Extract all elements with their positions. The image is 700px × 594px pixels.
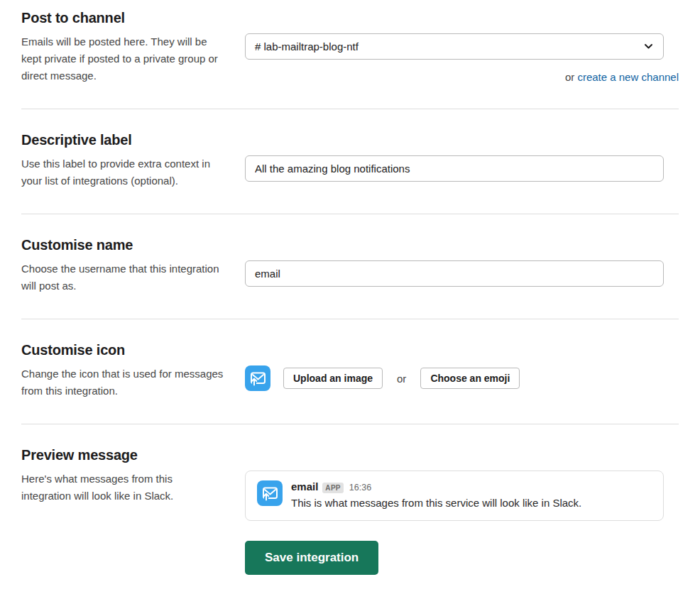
preview-message-text: This is what messages from this service …: [291, 495, 581, 511]
divider: [21, 424, 679, 424]
email-app-icon: [245, 365, 270, 391]
preview-username: email: [291, 480, 318, 493]
preview-message-title: Preview message: [21, 447, 679, 463]
upload-image-button[interactable]: Upload an image: [283, 368, 383, 389]
divider: [21, 319, 679, 319]
customise-icon-description: Change the icon that is used for message…: [21, 365, 224, 400]
choose-emoji-button[interactable]: Choose an emoji: [420, 368, 520, 389]
post-to-channel-title: Post to channel: [21, 10, 679, 26]
or-text: or: [565, 71, 578, 83]
or-text: or: [397, 373, 406, 385]
descriptive-label-description: Use this label to provide extra context …: [21, 155, 224, 189]
preview-message-description: Here's what messages from this integrati…: [21, 471, 224, 505]
channel-select-value: # lab-mailtrap-blog-ntf: [255, 40, 644, 53]
customise-name-description: Choose the username that this integratio…: [21, 260, 224, 295]
section-customise-icon: Customise icon Change the icon that is u…: [21, 342, 679, 400]
customise-name-title: Customise name: [21, 237, 679, 253]
descriptive-label-input[interactable]: [245, 155, 664, 182]
email-app-icon: [257, 480, 283, 506]
create-new-channel-link[interactable]: create a new channel: [577, 71, 679, 83]
create-channel-row: or create a new channel: [245, 71, 679, 83]
preview-timestamp: 16:36: [349, 483, 371, 493]
descriptive-label-title: Descriptive label: [21, 132, 679, 148]
integration-settings-page: Post to channel Emails will be posted he…: [0, 0, 700, 594]
channel-select[interactable]: # lab-mailtrap-blog-ntf: [245, 33, 664, 60]
app-badge: APP: [322, 483, 343, 493]
chevron-down-icon: [644, 43, 653, 50]
preview-message-body: email APP 16:36 This is what messages fr…: [291, 480, 581, 511]
customise-name-input[interactable]: [245, 260, 664, 287]
divider: [21, 109, 679, 109]
section-customise-name: Customise name Choose the username that …: [21, 237, 679, 295]
section-post-to-channel: Post to channel Emails will be posted he…: [21, 10, 679, 84]
post-to-channel-description: Emails will be posted here. They will be…: [21, 33, 224, 84]
divider: [21, 214, 679, 214]
message-preview-card: email APP 16:36 This is what messages fr…: [245, 471, 664, 521]
section-descriptive-label: Descriptive label Use this label to prov…: [21, 132, 679, 189]
section-preview-message: Preview message Here's what messages fro…: [21, 447, 679, 575]
customise-icon-title: Customise icon: [21, 342, 679, 358]
save-integration-button[interactable]: Save integration: [245, 541, 378, 575]
